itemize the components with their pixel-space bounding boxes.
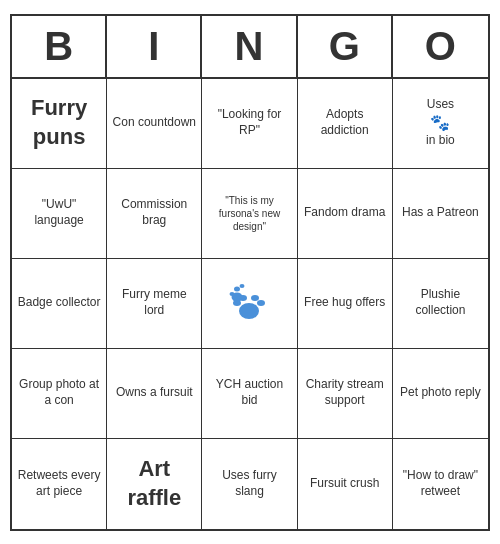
svg-point-8 (232, 293, 243, 302)
uses-in-bio: Uses 🐾 in bio (393, 79, 488, 169)
looking-for-rp-text: "Looking for RP" (206, 107, 292, 138)
furry-slang-text: Uses furry slang (206, 468, 292, 499)
fursuit-crush-text: Fursuit crush (310, 476, 379, 492)
bingo-letter-o: O (393, 16, 488, 77)
ych-auction-text: YCH auction bid (206, 377, 292, 408)
art-raffle: Art raffle (107, 439, 202, 529)
svg-point-7 (240, 284, 245, 288)
paw-icon: 🐾 (430, 113, 450, 134)
bingo-grid: Furry punsCon countdown"Looking for RP"A… (12, 79, 488, 529)
fandom-drama-text: Fandom drama (304, 205, 385, 221)
furry-puns-text: Furry puns (16, 94, 102, 151)
owns-fursuit: Owns a fursuit (107, 349, 202, 439)
uwu-language: "UwU" language (12, 169, 107, 259)
uwu-language-text: "UwU" language (16, 197, 102, 228)
ych-auction: YCH auction bid (202, 349, 297, 439)
has-patreon: Has a Patreon (393, 169, 488, 259)
paw-prints-icon (227, 283, 271, 323)
charity-stream: Charity stream support (298, 349, 393, 439)
fursona-design-text: "This is my fursona's new design" (206, 194, 292, 233)
bingo-header: BINGO (12, 16, 488, 79)
retweets-art: Retweets every art piece (12, 439, 107, 529)
badge-collector: Badge collector (12, 259, 107, 349)
free-hug-text: Free hug offers (304, 295, 385, 311)
commission-brag-text: Commission brag (111, 197, 197, 228)
svg-point-3 (251, 295, 259, 301)
how-to-draw-text: "How to draw" retweet (397, 468, 484, 499)
meme-lord-text: Furry meme lord (111, 287, 197, 318)
svg-point-0 (239, 303, 259, 319)
bingo-letter-b: B (12, 16, 107, 77)
bingo-letter-i: I (107, 16, 202, 77)
uses-in-bio-text2: in bio (426, 133, 455, 149)
bingo-card: BINGO Furry punsCon countdown"Looking fo… (10, 14, 490, 531)
bingo-letter-n: N (202, 16, 297, 77)
looking-for-rp: "Looking for RP" (202, 79, 297, 169)
retweets-art-text: Retweets every art piece (16, 468, 102, 499)
adopts-addiction: Adopts addiction (298, 79, 393, 169)
svg-point-4 (257, 300, 265, 306)
how-to-draw: "How to draw" retweet (393, 439, 488, 529)
con-countdown: Con countdown (107, 79, 202, 169)
adopts-addiction-text: Adopts addiction (302, 107, 388, 138)
furry-slang: Uses furry slang (202, 439, 297, 529)
uses-in-bio-text: Uses (427, 97, 454, 113)
owns-fursuit-text: Owns a fursuit (116, 385, 193, 401)
fursuit-crush: Fursuit crush (298, 439, 393, 529)
group-photo: Group photo at a con (12, 349, 107, 439)
fandom-drama: Fandom drama (298, 169, 393, 259)
charity-stream-text: Charity stream support (302, 377, 388, 408)
commission-brag: Commission brag (107, 169, 202, 259)
fursona-design: "This is my fursona's new design" (202, 169, 297, 259)
plushie-collection-text: Plushie collection (397, 287, 484, 318)
furry-puns: Furry puns (12, 79, 107, 169)
group-photo-text: Group photo at a con (16, 377, 102, 408)
pet-photo-reply-text: Pet photo reply (400, 385, 481, 401)
badge-collector-text: Badge collector (18, 295, 101, 311)
plushie-collection: Plushie collection (393, 259, 488, 349)
pet-photo-reply: Pet photo reply (393, 349, 488, 439)
svg-point-5 (234, 287, 240, 292)
free-hug: Free hug offers (298, 259, 393, 349)
free-space (202, 259, 297, 349)
meme-lord: Furry meme lord (107, 259, 202, 349)
bingo-letter-g: G (298, 16, 393, 77)
art-raffle-text: Art raffle (111, 455, 197, 512)
con-countdown-text: Con countdown (113, 115, 196, 131)
has-patreon-text: Has a Patreon (402, 205, 479, 221)
